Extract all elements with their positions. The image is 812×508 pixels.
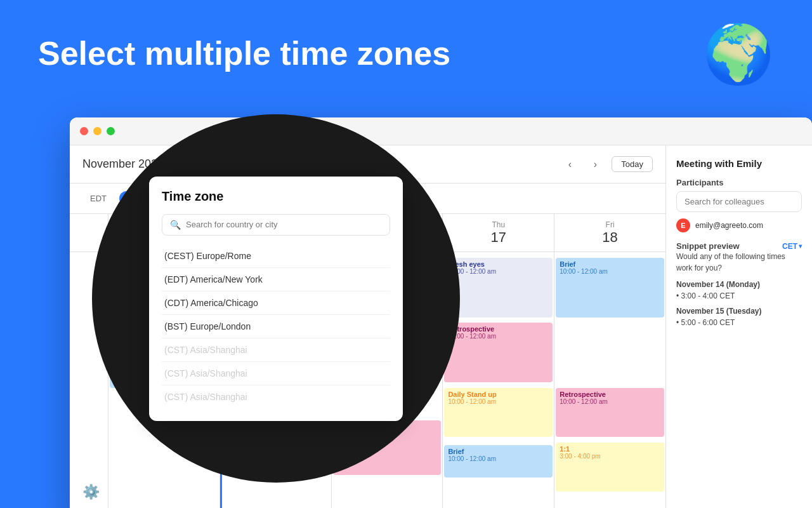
snippet-label: Snippet preview	[676, 241, 740, 251]
timezone-panel: Time zone 🔍 (CEST) Europe/Rome (EDT) Ame…	[149, 177, 403, 421]
tz-item-0[interactable]: (CEST) Europe/Rome	[162, 244, 390, 268]
settings-area: ⚙️	[82, 484, 100, 500]
day-header-thu: Thu 17	[442, 214, 554, 251]
meeting-title: Meeting with Emily	[676, 158, 802, 169]
event-fri-brief[interactable]: Brief 10:00 - 12:00 am	[556, 258, 664, 318]
event-thu-standup[interactable]: Daily Stand up 10:00 - 12:00 am	[444, 388, 553, 437]
event-thu-brief[interactable]: Brief 10:00 - 12:00 am	[444, 445, 553, 478]
tz-item-3[interactable]: (BST) Europe/London	[162, 315, 390, 338]
event-fri-oneone[interactable]: 1:1 3:00 - 4:00 pm	[556, 443, 664, 491]
minimize-button[interactable]	[93, 127, 102, 135]
snippet-tz: CET ▾	[782, 242, 802, 251]
hero-banner: Select multiple time zones 🌍	[0, 0, 812, 108]
participant-email: emily@agreeto.com	[695, 221, 763, 230]
prev-week-button[interactable]: ‹	[561, 156, 579, 173]
tab-edt[interactable]: EDT	[82, 191, 114, 206]
fullscreen-button[interactable]	[107, 127, 115, 135]
day-col-fri: Brief 10:00 - 12:00 am Retrospective 10:…	[554, 252, 665, 508]
right-panel: Meeting with Emily Participants E emily@…	[666, 145, 812, 508]
search-colleagues-input[interactable]	[676, 191, 802, 212]
tz-item-4[interactable]: (CST) Asia/Shanghai	[162, 338, 390, 362]
tz-item-1[interactable]: (EDT) America/New York	[162, 268, 390, 291]
day-header-fri: Fri 18	[554, 214, 665, 251]
close-button[interactable]	[80, 127, 88, 135]
timezone-search-box[interactable]: 🔍	[162, 214, 390, 236]
avatar: E	[676, 218, 690, 232]
timezone-panel-title: Time zone	[162, 189, 390, 204]
timezone-overlay: Time zone 🔍 (CEST) Europe/Rome (EDT) Ame…	[92, 114, 460, 483]
snippet-body: Would any of the following times work fo…	[676, 251, 802, 328]
search-icon: 🔍	[170, 220, 181, 230]
event-thu-fresh-eyes[interactable]: Fresh eyes 10:00 - 12:00 am	[444, 258, 553, 318]
timezone-search-input[interactable]	[186, 220, 382, 229]
today-button[interactable]: Today	[612, 156, 653, 172]
next-week-button[interactable]: ›	[586, 156, 604, 173]
tz-item-6[interactable]: (CST) Asia/Shanghai	[162, 385, 390, 408]
tz-item-5[interactable]: (CST) Asia/Shanghai	[162, 362, 390, 385]
hero-title: Select multiple time zones	[38, 36, 450, 72]
event-thu-retrospective[interactable]: Retrospective 10:00 - 12:00 am	[444, 323, 553, 382]
tz-item-2[interactable]: (CDT) America/Chicago	[162, 291, 390, 315]
timezone-list: (CEST) Europe/Rome (EDT) America/New Yor…	[162, 244, 390, 408]
participants-label: Participants	[676, 178, 802, 187]
participant-row: E emily@agreeto.com	[676, 218, 802, 232]
settings-icon[interactable]: ⚙️	[82, 484, 100, 500]
event-fri-retrospective[interactable]: Retrospective 10:00 - 12:00 am	[556, 388, 664, 437]
globe-icon: 🌍	[703, 25, 774, 83]
snippet-header: Snippet preview CET ▾	[676, 241, 802, 251]
